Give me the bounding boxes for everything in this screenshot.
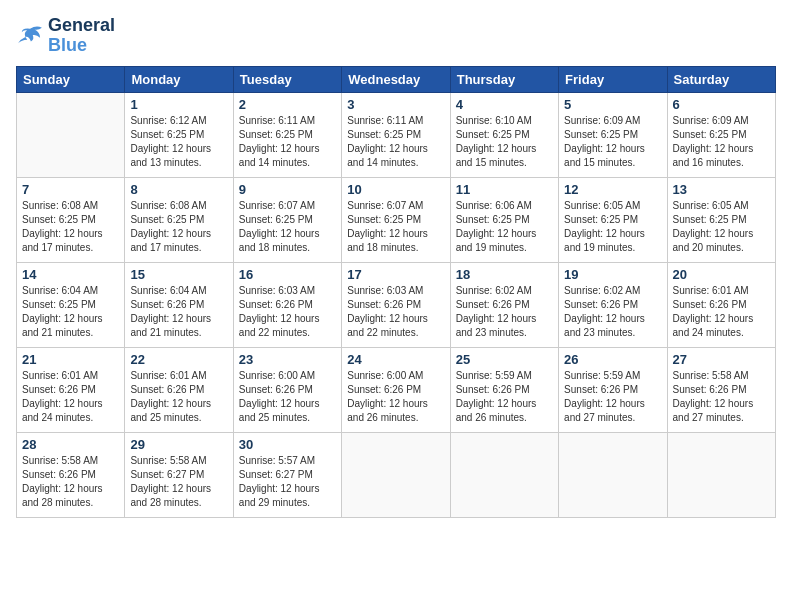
weekday-header: Tuesday — [233, 66, 341, 92]
calendar-table: SundayMondayTuesdayWednesdayThursdayFrid… — [16, 66, 776, 518]
day-number: 2 — [239, 97, 336, 112]
day-number: 3 — [347, 97, 444, 112]
calendar-week-row: 21Sunrise: 6:01 AM Sunset: 6:26 PM Dayli… — [17, 347, 776, 432]
logo: General Blue — [16, 16, 115, 56]
day-number: 29 — [130, 437, 227, 452]
calendar-day-cell: 1Sunrise: 6:12 AM Sunset: 6:25 PM Daylig… — [125, 92, 233, 177]
day-info: Sunrise: 5:59 AM Sunset: 6:26 PM Dayligh… — [564, 369, 661, 425]
calendar-day-cell — [342, 432, 450, 517]
day-number: 22 — [130, 352, 227, 367]
calendar-day-cell: 15Sunrise: 6:04 AM Sunset: 6:26 PM Dayli… — [125, 262, 233, 347]
day-number: 10 — [347, 182, 444, 197]
weekday-header: Sunday — [17, 66, 125, 92]
day-number: 24 — [347, 352, 444, 367]
calendar-day-cell — [559, 432, 667, 517]
day-info: Sunrise: 6:11 AM Sunset: 6:25 PM Dayligh… — [239, 114, 336, 170]
day-number: 4 — [456, 97, 553, 112]
day-number: 17 — [347, 267, 444, 282]
day-number: 7 — [22, 182, 119, 197]
weekday-header: Monday — [125, 66, 233, 92]
calendar-day-cell: 16Sunrise: 6:03 AM Sunset: 6:26 PM Dayli… — [233, 262, 341, 347]
day-info: Sunrise: 6:00 AM Sunset: 6:26 PM Dayligh… — [239, 369, 336, 425]
calendar-day-cell: 26Sunrise: 5:59 AM Sunset: 6:26 PM Dayli… — [559, 347, 667, 432]
page-header: General Blue — [16, 16, 776, 56]
day-info: Sunrise: 5:58 AM Sunset: 6:27 PM Dayligh… — [130, 454, 227, 510]
day-info: Sunrise: 6:04 AM Sunset: 6:25 PM Dayligh… — [22, 284, 119, 340]
weekday-header: Wednesday — [342, 66, 450, 92]
day-number: 21 — [22, 352, 119, 367]
day-number: 8 — [130, 182, 227, 197]
calendar-day-cell: 4Sunrise: 6:10 AM Sunset: 6:25 PM Daylig… — [450, 92, 558, 177]
calendar-day-cell: 3Sunrise: 6:11 AM Sunset: 6:25 PM Daylig… — [342, 92, 450, 177]
calendar-body: 1Sunrise: 6:12 AM Sunset: 6:25 PM Daylig… — [17, 92, 776, 517]
day-info: Sunrise: 6:04 AM Sunset: 6:26 PM Dayligh… — [130, 284, 227, 340]
calendar-day-cell: 11Sunrise: 6:06 AM Sunset: 6:25 PM Dayli… — [450, 177, 558, 262]
day-info: Sunrise: 6:08 AM Sunset: 6:25 PM Dayligh… — [130, 199, 227, 255]
weekday-header: Saturday — [667, 66, 775, 92]
calendar-week-row: 1Sunrise: 6:12 AM Sunset: 6:25 PM Daylig… — [17, 92, 776, 177]
calendar-day-cell: 8Sunrise: 6:08 AM Sunset: 6:25 PM Daylig… — [125, 177, 233, 262]
calendar-day-cell: 23Sunrise: 6:00 AM Sunset: 6:26 PM Dayli… — [233, 347, 341, 432]
calendar-day-cell: 21Sunrise: 6:01 AM Sunset: 6:26 PM Dayli… — [17, 347, 125, 432]
calendar-day-cell: 19Sunrise: 6:02 AM Sunset: 6:26 PM Dayli… — [559, 262, 667, 347]
day-number: 16 — [239, 267, 336, 282]
calendar-day-cell: 10Sunrise: 6:07 AM Sunset: 6:25 PM Dayli… — [342, 177, 450, 262]
calendar-day-cell: 9Sunrise: 6:07 AM Sunset: 6:25 PM Daylig… — [233, 177, 341, 262]
calendar-day-cell: 29Sunrise: 5:58 AM Sunset: 6:27 PM Dayli… — [125, 432, 233, 517]
day-info: Sunrise: 5:58 AM Sunset: 6:26 PM Dayligh… — [673, 369, 770, 425]
calendar-day-cell: 7Sunrise: 6:08 AM Sunset: 6:25 PM Daylig… — [17, 177, 125, 262]
day-info: Sunrise: 6:11 AM Sunset: 6:25 PM Dayligh… — [347, 114, 444, 170]
day-info: Sunrise: 6:03 AM Sunset: 6:26 PM Dayligh… — [239, 284, 336, 340]
calendar-day-cell: 14Sunrise: 6:04 AM Sunset: 6:25 PM Dayli… — [17, 262, 125, 347]
logo-bird-icon — [16, 25, 44, 47]
calendar-day-cell: 12Sunrise: 6:05 AM Sunset: 6:25 PM Dayli… — [559, 177, 667, 262]
calendar-week-row: 28Sunrise: 5:58 AM Sunset: 6:26 PM Dayli… — [17, 432, 776, 517]
day-number: 26 — [564, 352, 661, 367]
day-info: Sunrise: 6:06 AM Sunset: 6:25 PM Dayligh… — [456, 199, 553, 255]
calendar-week-row: 7Sunrise: 6:08 AM Sunset: 6:25 PM Daylig… — [17, 177, 776, 262]
day-info: Sunrise: 6:08 AM Sunset: 6:25 PM Dayligh… — [22, 199, 119, 255]
calendar-day-cell — [17, 92, 125, 177]
calendar-day-cell: 30Sunrise: 5:57 AM Sunset: 6:27 PM Dayli… — [233, 432, 341, 517]
day-number: 12 — [564, 182, 661, 197]
weekday-header: Thursday — [450, 66, 558, 92]
day-number: 23 — [239, 352, 336, 367]
calendar-day-cell — [667, 432, 775, 517]
day-number: 13 — [673, 182, 770, 197]
day-info: Sunrise: 6:05 AM Sunset: 6:25 PM Dayligh… — [673, 199, 770, 255]
day-info: Sunrise: 6:00 AM Sunset: 6:26 PM Dayligh… — [347, 369, 444, 425]
calendar-day-cell: 27Sunrise: 5:58 AM Sunset: 6:26 PM Dayli… — [667, 347, 775, 432]
calendar-day-cell: 28Sunrise: 5:58 AM Sunset: 6:26 PM Dayli… — [17, 432, 125, 517]
calendar-day-cell: 6Sunrise: 6:09 AM Sunset: 6:25 PM Daylig… — [667, 92, 775, 177]
calendar-day-cell: 20Sunrise: 6:01 AM Sunset: 6:26 PM Dayli… — [667, 262, 775, 347]
day-number: 5 — [564, 97, 661, 112]
calendar-day-cell: 18Sunrise: 6:02 AM Sunset: 6:26 PM Dayli… — [450, 262, 558, 347]
day-info: Sunrise: 6:02 AM Sunset: 6:26 PM Dayligh… — [564, 284, 661, 340]
calendar-day-cell — [450, 432, 558, 517]
day-number: 19 — [564, 267, 661, 282]
day-info: Sunrise: 5:58 AM Sunset: 6:26 PM Dayligh… — [22, 454, 119, 510]
calendar-day-cell: 24Sunrise: 6:00 AM Sunset: 6:26 PM Dayli… — [342, 347, 450, 432]
day-number: 6 — [673, 97, 770, 112]
day-info: Sunrise: 6:01 AM Sunset: 6:26 PM Dayligh… — [130, 369, 227, 425]
day-number: 25 — [456, 352, 553, 367]
calendar-day-cell: 2Sunrise: 6:11 AM Sunset: 6:25 PM Daylig… — [233, 92, 341, 177]
day-info: Sunrise: 6:07 AM Sunset: 6:25 PM Dayligh… — [239, 199, 336, 255]
day-info: Sunrise: 6:09 AM Sunset: 6:25 PM Dayligh… — [673, 114, 770, 170]
day-info: Sunrise: 5:57 AM Sunset: 6:27 PM Dayligh… — [239, 454, 336, 510]
day-number: 20 — [673, 267, 770, 282]
day-number: 15 — [130, 267, 227, 282]
calendar-day-cell: 13Sunrise: 6:05 AM Sunset: 6:25 PM Dayli… — [667, 177, 775, 262]
logo-text: General Blue — [48, 16, 115, 56]
day-info: Sunrise: 6:09 AM Sunset: 6:25 PM Dayligh… — [564, 114, 661, 170]
day-info: Sunrise: 6:02 AM Sunset: 6:26 PM Dayligh… — [456, 284, 553, 340]
day-info: Sunrise: 5:59 AM Sunset: 6:26 PM Dayligh… — [456, 369, 553, 425]
calendar-header-row: SundayMondayTuesdayWednesdayThursdayFrid… — [17, 66, 776, 92]
day-info: Sunrise: 6:12 AM Sunset: 6:25 PM Dayligh… — [130, 114, 227, 170]
calendar-day-cell: 17Sunrise: 6:03 AM Sunset: 6:26 PM Dayli… — [342, 262, 450, 347]
day-number: 9 — [239, 182, 336, 197]
calendar-day-cell: 25Sunrise: 5:59 AM Sunset: 6:26 PM Dayli… — [450, 347, 558, 432]
day-number: 27 — [673, 352, 770, 367]
day-info: Sunrise: 6:01 AM Sunset: 6:26 PM Dayligh… — [673, 284, 770, 340]
day-info: Sunrise: 6:07 AM Sunset: 6:25 PM Dayligh… — [347, 199, 444, 255]
